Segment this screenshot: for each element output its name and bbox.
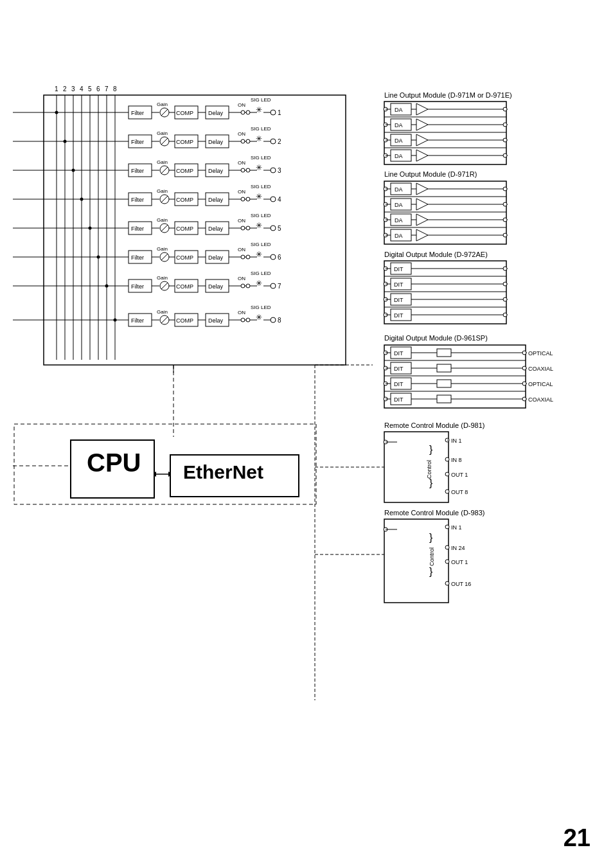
svg-text:3: 3 (71, 85, 75, 93)
svg-text:DIT: DIT (394, 396, 404, 403)
svg-point-173 (241, 284, 245, 288)
svg-text:COMP: COMP (176, 226, 193, 232)
svg-text:OUT 1: OUT 1 (451, 559, 468, 565)
svg-rect-381 (384, 519, 449, 603)
svg-text:OUT 16: OUT 16 (451, 581, 471, 587)
svg-point-58 (241, 139, 245, 143)
svg-point-104 (241, 197, 245, 201)
svg-text:DA: DA (395, 217, 403, 224)
svg-text:Gain: Gain (157, 102, 168, 107)
svg-point-105 (246, 197, 250, 201)
svg-text:Filter: Filter (131, 317, 144, 324)
svg-text:COMP: COMP (176, 168, 193, 174)
svg-text:Control: Control (426, 460, 432, 479)
svg-point-152 (271, 254, 276, 260)
svg-text:✳: ✳ (256, 163, 262, 172)
svg-point-60 (271, 139, 276, 144)
svg-text:COMP: COMP (176, 317, 193, 324)
svg-point-282 (503, 218, 507, 222)
svg-text:Delay: Delay (208, 317, 224, 324)
svg-point-375 (445, 472, 449, 476)
svg-point-174 (246, 284, 250, 288)
svg-text:COAXIAL: COAXIAL (528, 396, 553, 403)
svg-text:Filter: Filter (131, 139, 144, 145)
svg-text:2: 2 (278, 138, 281, 145)
svg-text:Remote Control Module (D-983): Remote Control Module (D-983) (384, 509, 485, 517)
svg-text:Filter: Filter (131, 197, 144, 203)
svg-point-150 (241, 255, 245, 259)
svg-text:COMP: COMP (176, 139, 193, 145)
page-number: 21 (564, 824, 591, 852)
svg-point-312 (503, 297, 507, 301)
svg-text:Gain: Gain (157, 130, 168, 136)
svg-text:DIT: DIT (394, 266, 404, 272)
svg-text:SIG LED: SIG LED (251, 184, 271, 190)
svg-point-81 (241, 168, 245, 172)
svg-text:✳: ✳ (256, 313, 262, 322)
svg-text:ON: ON (238, 247, 245, 252)
svg-text:Gain: Gain (157, 217, 168, 223)
svg-point-245 (503, 138, 507, 142)
svg-text:SIG LED: SIG LED (251, 242, 271, 247)
svg-text:✳: ✳ (256, 105, 262, 114)
svg-text:Gain: Gain (157, 309, 168, 315)
svg-text:ON: ON (238, 102, 245, 108)
svg-text:SIG LED: SIG LED (251, 97, 271, 103)
svg-text:IN 1: IN 1 (451, 524, 462, 531)
svg-point-308 (503, 267, 507, 270)
svg-text:1: 1 (55, 85, 58, 93)
svg-text:Delay: Delay (208, 139, 224, 145)
svg-text:DIT: DIT (394, 381, 404, 387)
svg-text:Gain: Gain (157, 188, 168, 194)
svg-point-242 (503, 123, 507, 127)
svg-text:}: } (429, 566, 433, 577)
svg-point-35 (241, 111, 245, 114)
svg-text:OPTICAL: OPTICAL (528, 350, 553, 357)
svg-point-196 (241, 318, 245, 322)
svg-text:DIT: DIT (394, 366, 404, 372)
svg-text:DA: DA (395, 107, 403, 113)
svg-text:SIG LED: SIG LED (251, 126, 271, 132)
svg-text:ON: ON (238, 189, 245, 195)
svg-point-276 (503, 187, 507, 191)
svg-text:✳: ✳ (256, 221, 262, 230)
svg-text:3: 3 (278, 167, 281, 174)
svg-text:2: 2 (63, 85, 67, 93)
svg-text:4: 4 (80, 85, 84, 93)
svg-text:SIG LED: SIG LED (251, 213, 271, 218)
svg-point-197 (246, 318, 250, 322)
svg-text:}: } (429, 532, 433, 543)
svg-point-393 (445, 581, 449, 585)
svg-text:IN 8: IN 8 (451, 457, 462, 463)
svg-point-128 (246, 226, 250, 230)
svg-point-385 (445, 525, 449, 529)
svg-text:OUT 8: OUT 8 (451, 489, 468, 495)
svg-text:Digital Output Module (D-961SP: Digital Output Module (D-961SP) (384, 334, 488, 342)
svg-text:Delay: Delay (208, 254, 224, 261)
svg-point-339 (522, 351, 526, 355)
svg-text:7: 7 (278, 283, 281, 290)
svg-text:Gain: Gain (157, 246, 168, 252)
svg-text:}: } (429, 444, 433, 455)
svg-text:ON: ON (238, 131, 245, 137)
svg-text:OPTICAL: OPTICAL (528, 381, 553, 387)
svg-text:DA: DA (395, 153, 403, 159)
svg-text:SIG LED: SIG LED (251, 305, 271, 310)
svg-point-344 (522, 366, 526, 370)
svg-point-285 (503, 233, 507, 237)
svg-text:DIT: DIT (394, 312, 404, 319)
svg-rect-337 (437, 349, 451, 357)
svg-text:Line Output Module (D-971R): Line Output Module (D-971R) (384, 170, 477, 178)
svg-text:OUT 1: OUT 1 (451, 472, 468, 478)
svg-text:COAXIAL: COAXIAL (528, 366, 553, 372)
svg-text:IN 1: IN 1 (451, 438, 462, 444)
svg-text:ON: ON (238, 218, 245, 224)
svg-text:5: 5 (88, 85, 92, 93)
svg-point-129 (271, 226, 276, 231)
svg-text:ON: ON (238, 310, 245, 315)
svg-text:DA: DA (395, 137, 403, 144)
svg-text:Filter: Filter (131, 168, 144, 174)
svg-text:COMP: COMP (176, 197, 193, 203)
svg-text:SIG LED: SIG LED (251, 155, 271, 161)
svg-text:DA: DA (395, 122, 403, 128)
